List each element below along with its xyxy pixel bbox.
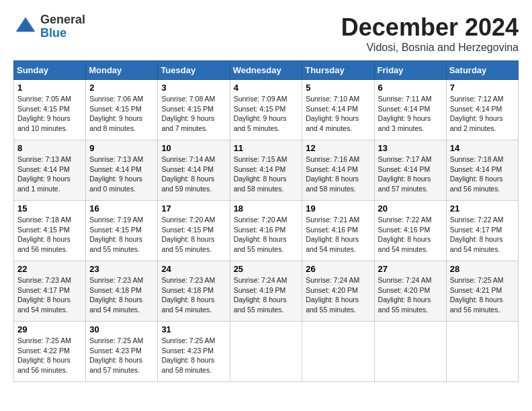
calendar-cell: 16Sunrise: 7:19 AMSunset: 4:15 PMDayligh…: [86, 201, 158, 261]
logo: General Blue: [13, 13, 85, 40]
day-info: Sunrise: 7:25 AMSunset: 4:23 PMDaylight:…: [89, 336, 154, 375]
day-info: Sunrise: 7:20 AMSunset: 4:15 PMDaylight:…: [161, 215, 226, 255]
day-info: Sunrise: 7:25 AMSunset: 4:22 PMDaylight:…: [17, 336, 82, 375]
calendar-header-friday: Friday: [374, 61, 446, 80]
calendar-cell: [446, 322, 518, 382]
calendar-week-row: 22Sunrise: 7:23 AMSunset: 4:17 PMDayligh…: [14, 261, 519, 322]
day-info: Sunrise: 7:20 AMSunset: 4:16 PMDaylight:…: [234, 215, 299, 255]
page-subtitle: Vidosi, Bosnia and Herzegovina: [341, 42, 519, 54]
calendar-cell: 20Sunrise: 7:22 AMSunset: 4:16 PMDayligh…: [374, 201, 446, 261]
calendar-header-tuesday: Tuesday: [158, 61, 230, 80]
day-number: 16: [89, 203, 154, 214]
calendar-cell: 14Sunrise: 7:18 AMSunset: 4:14 PMDayligh…: [446, 140, 518, 201]
day-info: Sunrise: 7:11 AMSunset: 4:14 PMDaylight:…: [378, 94, 443, 134]
day-number: 19: [306, 203, 370, 214]
day-number: 2: [89, 83, 154, 93]
day-number: 17: [161, 203, 226, 214]
day-number: 15: [17, 203, 82, 214]
logo-icon: [13, 15, 38, 39]
day-number: 22: [17, 264, 82, 274]
day-number: 20: [378, 203, 443, 214]
calendar-cell: 17Sunrise: 7:20 AMSunset: 4:15 PMDayligh…: [158, 201, 230, 261]
day-number: 8: [17, 143, 82, 153]
day-info: Sunrise: 7:24 AMSunset: 4:20 PMDaylight:…: [378, 275, 443, 315]
day-info: Sunrise: 7:18 AMSunset: 4:15 PMDaylight:…: [17, 215, 82, 255]
calendar-cell: 28Sunrise: 7:25 AMSunset: 4:21 PMDayligh…: [446, 261, 518, 322]
day-info: Sunrise: 7:23 AMSunset: 4:18 PMDaylight:…: [89, 275, 154, 315]
calendar-cell: 18Sunrise: 7:20 AMSunset: 4:16 PMDayligh…: [230, 201, 302, 261]
day-number: 30: [89, 324, 154, 334]
day-number: 27: [378, 264, 443, 274]
day-info: Sunrise: 7:09 AMSunset: 4:15 PMDaylight:…: [234, 94, 299, 134]
calendar-cell: 15Sunrise: 7:18 AMSunset: 4:15 PMDayligh…: [14, 201, 86, 261]
calendar-cell: 8Sunrise: 7:13 AMSunset: 4:14 PMDaylight…: [14, 140, 86, 201]
day-number: 13: [378, 143, 443, 153]
calendar-cell: 22Sunrise: 7:23 AMSunset: 4:17 PMDayligh…: [14, 261, 86, 322]
day-info: Sunrise: 7:14 AMSunset: 4:14 PMDaylight:…: [161, 154, 226, 194]
day-number: 12: [306, 143, 370, 153]
calendar-cell: 21Sunrise: 7:22 AMSunset: 4:17 PMDayligh…: [446, 201, 518, 261]
calendar-header-monday: Monday: [86, 61, 158, 80]
day-number: 6: [378, 83, 443, 93]
calendar-header-wednesday: Wednesday: [230, 61, 302, 80]
day-number: 28: [450, 264, 515, 274]
day-info: Sunrise: 7:10 AMSunset: 4:14 PMDaylight:…: [306, 94, 370, 134]
day-info: Sunrise: 7:18 AMSunset: 4:14 PMDaylight:…: [450, 154, 515, 194]
calendar-table: SundayMondayTuesdayWednesdayThursdayFrid…: [13, 60, 519, 382]
day-info: Sunrise: 7:22 AMSunset: 4:16 PMDaylight:…: [378, 215, 443, 255]
day-number: 11: [234, 143, 299, 153]
logo-blue-text: Blue: [40, 26, 66, 40]
calendar-week-row: 1Sunrise: 7:05 AMSunset: 4:15 PMDaylight…: [14, 80, 519, 140]
day-number: 24: [161, 264, 226, 274]
day-info: Sunrise: 7:08 AMSunset: 4:15 PMDaylight:…: [161, 94, 226, 134]
day-number: 31: [161, 324, 226, 334]
day-info: Sunrise: 7:24 AMSunset: 4:19 PMDaylight:…: [234, 275, 299, 315]
calendar-cell: [302, 322, 374, 382]
calendar-week-row: 15Sunrise: 7:18 AMSunset: 4:15 PMDayligh…: [14, 201, 519, 261]
calendar-header-row: SundayMondayTuesdayWednesdayThursdayFrid…: [14, 61, 519, 80]
day-number: 10: [161, 143, 226, 153]
day-info: Sunrise: 7:24 AMSunset: 4:20 PMDaylight:…: [306, 275, 370, 315]
calendar-header-thursday: Thursday: [302, 61, 374, 80]
calendar-cell: 27Sunrise: 7:24 AMSunset: 4:20 PMDayligh…: [374, 261, 446, 322]
calendar-header-sunday: Sunday: [14, 61, 86, 80]
day-number: 21: [450, 203, 515, 214]
day-info: Sunrise: 7:13 AMSunset: 4:14 PMDaylight:…: [17, 154, 82, 194]
day-number: 7: [450, 83, 515, 93]
calendar-cell: 2Sunrise: 7:06 AMSunset: 4:15 PMDaylight…: [86, 80, 158, 140]
day-info: Sunrise: 7:21 AMSunset: 4:16 PMDaylight:…: [306, 215, 370, 255]
calendar-cell: 30Sunrise: 7:25 AMSunset: 4:23 PMDayligh…: [86, 322, 158, 382]
calendar-cell: 1Sunrise: 7:05 AMSunset: 4:15 PMDaylight…: [14, 80, 86, 140]
day-info: Sunrise: 7:25 AMSunset: 4:23 PMDaylight:…: [161, 336, 226, 375]
calendar-cell: 25Sunrise: 7:24 AMSunset: 4:19 PMDayligh…: [230, 261, 302, 322]
day-number: 9: [89, 143, 154, 153]
calendar-cell: 31Sunrise: 7:25 AMSunset: 4:23 PMDayligh…: [158, 322, 230, 382]
day-number: 23: [89, 264, 154, 274]
calendar-cell: 10Sunrise: 7:14 AMSunset: 4:14 PMDayligh…: [158, 140, 230, 201]
calendar-cell: 26Sunrise: 7:24 AMSunset: 4:20 PMDayligh…: [302, 261, 374, 322]
calendar-week-row: 8Sunrise: 7:13 AMSunset: 4:14 PMDaylight…: [14, 140, 519, 201]
logo-general-text: General: [40, 13, 85, 26]
page-header: General Blue December 2024 Vidosi, Bosni…: [13, 13, 519, 54]
day-number: 29: [17, 324, 82, 334]
calendar-cell: [374, 322, 446, 382]
calendar-cell: 12Sunrise: 7:16 AMSunset: 4:14 PMDayligh…: [302, 140, 374, 201]
day-info: Sunrise: 7:05 AMSunset: 4:15 PMDaylight:…: [17, 94, 82, 134]
day-number: 5: [306, 83, 370, 93]
calendar-body: 1Sunrise: 7:05 AMSunset: 4:15 PMDaylight…: [14, 80, 519, 382]
calendar-cell: 4Sunrise: 7:09 AMSunset: 4:15 PMDaylight…: [230, 80, 302, 140]
day-info: Sunrise: 7:16 AMSunset: 4:14 PMDaylight:…: [306, 154, 370, 194]
calendar-cell: [230, 322, 302, 382]
day-number: 14: [450, 143, 515, 153]
calendar-cell: 29Sunrise: 7:25 AMSunset: 4:22 PMDayligh…: [14, 322, 86, 382]
calendar-cell: 6Sunrise: 7:11 AMSunset: 4:14 PMDaylight…: [374, 80, 446, 140]
day-number: 18: [234, 203, 299, 214]
day-info: Sunrise: 7:25 AMSunset: 4:21 PMDaylight:…: [450, 275, 515, 315]
title-block: December 2024 Vidosi, Bosnia and Herzego…: [341, 13, 519, 54]
day-info: Sunrise: 7:19 AMSunset: 4:15 PMDaylight:…: [89, 215, 154, 255]
day-info: Sunrise: 7:23 AMSunset: 4:17 PMDaylight:…: [17, 275, 82, 315]
calendar-cell: 11Sunrise: 7:15 AMSunset: 4:14 PMDayligh…: [230, 140, 302, 201]
calendar-cell: 9Sunrise: 7:13 AMSunset: 4:14 PMDaylight…: [86, 140, 158, 201]
calendar-cell: 3Sunrise: 7:08 AMSunset: 4:15 PMDaylight…: [158, 80, 230, 140]
day-info: Sunrise: 7:15 AMSunset: 4:14 PMDaylight:…: [234, 154, 299, 194]
